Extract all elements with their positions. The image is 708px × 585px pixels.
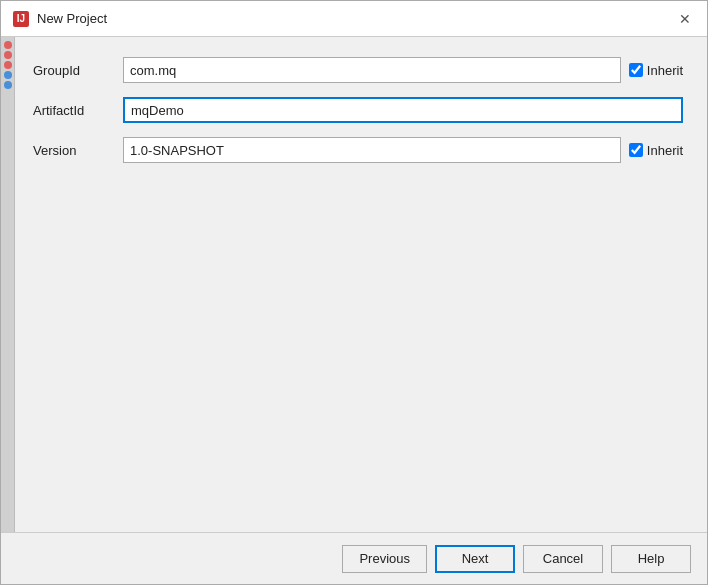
version-inherit: Inherit: [629, 143, 683, 158]
version-label: Version: [33, 143, 123, 158]
group-id-input[interactable]: [123, 57, 621, 83]
artifact-id-input[interactable]: [123, 97, 683, 123]
version-inherit-checkbox[interactable]: [629, 143, 643, 157]
artifact-id-row: ArtifactId: [33, 97, 683, 123]
title-bar-left: IJ New Project: [13, 11, 107, 27]
app-icon: IJ: [13, 11, 29, 27]
dialog-footer: Previous Next Cancel Help: [1, 532, 707, 584]
dialog-title: New Project: [37, 11, 107, 26]
close-button[interactable]: ✕: [675, 9, 695, 29]
cancel-button[interactable]: Cancel: [523, 545, 603, 573]
side-dot-1: [4, 41, 12, 49]
group-id-row: GroupId Inherit: [33, 57, 683, 83]
side-dot-5: [4, 81, 12, 89]
artifact-id-label: ArtifactId: [33, 103, 123, 118]
side-dot-4: [4, 71, 12, 79]
dialog-content: GroupId Inherit ArtifactId Version Inher…: [1, 37, 707, 532]
side-dot-3: [4, 61, 12, 69]
side-strip: [1, 37, 15, 532]
group-id-inherit-checkbox[interactable]: [629, 63, 643, 77]
title-bar: IJ New Project ✕: [1, 1, 707, 37]
group-id-inherit-label: Inherit: [647, 63, 683, 78]
side-dot-2: [4, 51, 12, 59]
content-spacer: [33, 177, 683, 512]
version-row: Version Inherit: [33, 137, 683, 163]
version-inherit-label: Inherit: [647, 143, 683, 158]
version-input[interactable]: [123, 137, 621, 163]
group-id-label: GroupId: [33, 63, 123, 78]
help-button[interactable]: Help: [611, 545, 691, 573]
group-id-inherit: Inherit: [629, 63, 683, 78]
next-button[interactable]: Next: [435, 545, 515, 573]
new-project-dialog: IJ New Project ✕ GroupId Inherit Artifac…: [0, 0, 708, 585]
previous-button[interactable]: Previous: [342, 545, 427, 573]
